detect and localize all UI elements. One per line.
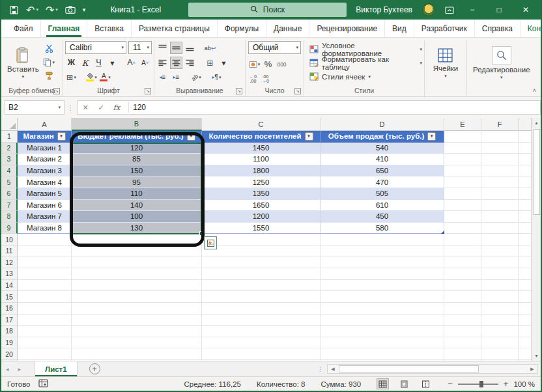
clipboard-dialog-launcher[interactable]: ↘	[53, 88, 60, 94]
cell-A18[interactable]	[18, 326, 72, 337]
select-all-corner[interactable]	[1, 118, 18, 131]
row-header-18[interactable]: 18	[1, 326, 18, 337]
cell-D10[interactable]	[321, 234, 444, 245]
font-name-combo[interactable]: Calibri▾	[65, 41, 126, 54]
tab-review[interactable]: Рецензирование	[309, 20, 384, 37]
cell-E15[interactable]	[444, 291, 481, 303]
cell-F21[interactable]	[481, 360, 519, 361]
tab-file[interactable]: Файл	[7, 20, 40, 37]
cell-F20[interactable]	[481, 348, 519, 360]
format-as-table-button[interactable]: Форматировать как таблицу▾	[308, 56, 422, 70]
cell-F2[interactable]	[481, 143, 519, 154]
ribbon-display-options-icon[interactable]	[445, 6, 454, 14]
tab-view[interactable]: Вид	[384, 20, 414, 37]
row-header-19[interactable]: 19	[1, 337, 18, 349]
zoom-in-icon[interactable]: +	[504, 379, 509, 389]
cell-F7[interactable]	[481, 200, 519, 212]
cell-partial[interactable]	[519, 223, 532, 234]
cell-D5[interactable]: 470	[321, 176, 444, 188]
horizontal-scroll-thumb[interactable]	[339, 365, 479, 372]
merge-center-icon[interactable]: ⊞	[204, 57, 216, 69]
align-bottom-icon[interactable]	[184, 42, 196, 54]
row-header-12[interactable]: 12	[1, 257, 18, 269]
cell-partial[interactable]	[519, 234, 532, 245]
cell-D3[interactable]: 410	[321, 154, 444, 165]
column-header-E[interactable]: E	[444, 118, 481, 131]
cell-B8[interactable]: 100	[72, 211, 202, 223]
tab-page-layout[interactable]: Разметка страницы	[131, 20, 217, 37]
tab-home[interactable]: Главная	[40, 20, 87, 37]
cell-A10[interactable]	[18, 234, 72, 245]
increase-decimal-icon[interactable]: ←0.00	[250, 74, 257, 83]
search-box[interactable]: Поиск	[188, 3, 347, 17]
cell-B20[interactable]	[72, 348, 202, 360]
tab-help[interactable]: Справка	[474, 20, 520, 37]
scroll-left-icon[interactable]: ◀	[328, 367, 338, 372]
row-header-6[interactable]: 6	[1, 188, 18, 200]
align-center-icon[interactable]	[170, 57, 182, 69]
row-header-20[interactable]: 20	[1, 348, 18, 360]
fill-color-icon[interactable]: ▾	[85, 71, 98, 83]
cell-partial[interactable]	[519, 131, 532, 143]
cell-B4[interactable]: 150	[72, 165, 202, 177]
row-header-21[interactable]: 21	[1, 360, 18, 361]
cell-A14[interactable]	[18, 280, 72, 292]
cell-E2[interactable]	[444, 143, 481, 154]
cell-D16[interactable]	[321, 303, 444, 315]
cell-E21[interactable]	[444, 360, 481, 361]
zoom-level[interactable]: 100 %	[513, 380, 535, 388]
close-button[interactable]: ✕	[517, 5, 534, 14]
decrease-indent-icon[interactable]: ◂≡	[156, 71, 169, 83]
editing-button[interactable]: Редактирование ▾	[469, 40, 534, 86]
font-dialog-launcher[interactable]: ↘	[145, 88, 151, 94]
text-direction-icon[interactable]: ▸¶▾	[210, 71, 223, 83]
sheet-tab-active[interactable]: Лист1	[35, 361, 78, 376]
column-header-D[interactable]: D	[321, 118, 444, 131]
paste-button[interactable]: Вставить ▾	[3, 40, 43, 86]
tab-insert[interactable]: Вставка	[87, 20, 131, 37]
cell-A20[interactable]	[18, 348, 72, 360]
cell-partial[interactable]	[519, 303, 532, 315]
column-header-partial[interactable]	[519, 118, 532, 131]
new-sheet-button[interactable]: +	[89, 363, 100, 374]
increase-indent-icon[interactable]: ▸≡	[170, 71, 182, 83]
camera-icon[interactable]	[65, 5, 76, 14]
cell-C14[interactable]	[202, 280, 321, 292]
align-top-icon[interactable]	[156, 42, 169, 54]
cell-F15[interactable]	[481, 291, 519, 303]
vertical-scroll-thumb[interactable]	[534, 129, 540, 215]
cell-A8[interactable]: Магазин 7	[18, 211, 72, 223]
cell-D4[interactable]: 650	[321, 165, 444, 177]
cell-C10[interactable]	[202, 234, 321, 245]
align-right-icon[interactable]	[184, 57, 196, 69]
cell-F18[interactable]	[481, 326, 519, 337]
cell-B21[interactable]	[72, 360, 202, 361]
cell-A5[interactable]: Магазин 4	[18, 176, 72, 188]
normal-view-icon[interactable]	[377, 378, 389, 389]
cell-C1[interactable]: Количество посетителей▼	[202, 131, 321, 143]
scroll-up-icon[interactable]: ▲	[534, 118, 539, 128]
cell-D19[interactable]	[321, 337, 444, 349]
confirm-entry-icon[interactable]: ✓	[93, 104, 109, 112]
quick-analysis-button[interactable]	[204, 236, 217, 249]
cell-D7[interactable]: 610	[321, 200, 444, 212]
cell-F17[interactable]	[481, 315, 519, 326]
cell-D20[interactable]	[321, 348, 444, 360]
cell-A11[interactable]	[18, 245, 72, 257]
cell-partial[interactable]	[519, 257, 532, 269]
cell-C3[interactable]: 1100	[202, 154, 321, 165]
cell-F10[interactable]	[481, 234, 519, 245]
cell-partial[interactable]	[519, 165, 532, 177]
cells-button[interactable]: Ячейки ▾	[429, 40, 463, 86]
row-header-16[interactable]: 16	[1, 303, 18, 315]
row-header-1[interactable]: 1	[1, 131, 18, 143]
row-header-15[interactable]: 15	[1, 291, 18, 303]
font-size-combo[interactable]: 11▾	[128, 41, 152, 54]
cell-F13[interactable]	[481, 268, 519, 280]
customize-toolbar-icon[interactable]: ▾	[83, 7, 86, 13]
row-header-7[interactable]: 7	[1, 200, 18, 212]
row-header-11[interactable]: 11	[1, 245, 18, 257]
cell-D11[interactable]	[321, 245, 444, 257]
zoom-slider-knob[interactable]	[479, 381, 483, 387]
cell-E18[interactable]	[444, 326, 481, 337]
